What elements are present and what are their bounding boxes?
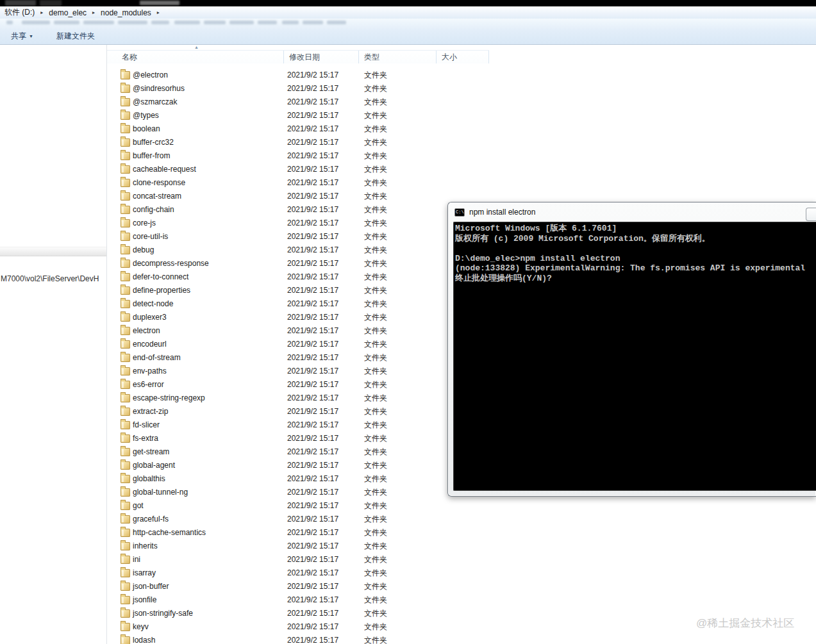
cell-type: 文件夹 [364, 620, 387, 634]
window-control-button-partial[interactable] [806, 208, 816, 221]
table-row[interactable]: concat-stream2021/9/2 15:17文件夹 [107, 190, 816, 203]
table-row[interactable]: lodash2021/9/2 15:17文件夹 [107, 634, 816, 644]
cell-name: decompress-response [133, 257, 209, 270]
pane-separator [0, 247, 106, 256]
cmd-prompt-icon: C:\ [454, 208, 465, 217]
table-row[interactable]: jsonfile2021/9/2 15:17文件夹 [107, 593, 816, 607]
chevron-right-icon[interactable]: ▸ [37, 10, 47, 15]
cell-name: isarray [133, 566, 156, 580]
cell-type: 文件夹 [364, 566, 387, 580]
folder-icon [121, 367, 130, 376]
breadcrumb-item-demo-elec[interactable]: demo_elec [47, 8, 88, 17]
cell-name: @electron [133, 69, 168, 82]
cell-date-modified: 2021/9/2 15:17 [287, 324, 338, 338]
column-header-size[interactable]: 大小 [437, 51, 489, 63]
cell-type: 文件夹 [364, 203, 387, 217]
cell-date-modified: 2021/9/2 15:17 [287, 203, 338, 217]
folder-icon [121, 623, 130, 631]
folder-icon [121, 354, 130, 362]
folder-icon [121, 111, 130, 120]
table-row[interactable]: @electron2021/9/2 15:17文件夹 [107, 69, 816, 82]
column-header-name[interactable]: 名称 [107, 51, 284, 63]
cell-date-modified: 2021/9/2 15:17 [287, 338, 338, 351]
table-row[interactable]: graceful-fs2021/9/2 15:17文件夹 [107, 513, 816, 526]
folder-icon [121, 569, 130, 577]
breadcrumb-item-drive[interactable]: 软件 (D:) [3, 7, 37, 18]
table-row[interactable]: clone-response2021/9/2 15:17文件夹 [107, 176, 816, 190]
folder-icon [121, 381, 130, 389]
share-button[interactable]: 共享 ▼ [11, 31, 33, 42]
blurred-text [151, 21, 169, 24]
cell-name: globalthis [133, 472, 165, 486]
cell-date-modified: 2021/9/2 15:17 [287, 540, 338, 553]
cell-name: buffer-from [133, 149, 170, 163]
cell-date-modified: 2021/9/2 15:17 [287, 69, 338, 82]
table-row[interactable]: buffer-crc322021/9/2 15:17文件夹 [107, 136, 816, 149]
console-output[interactable]: Microsoft Windows [版本 6.1.7601]版权所有 (c) … [453, 222, 816, 491]
new-folder-button[interactable]: 新建文件夹 [56, 31, 95, 42]
column-header-date-modified[interactable]: 修改日期 [284, 51, 359, 63]
chevron-right-icon[interactable]: ▸ [88, 10, 99, 15]
cell-name: es6-error [133, 378, 164, 392]
cell-name: inherits [133, 540, 158, 553]
cell-type: 文件夹 [364, 109, 387, 122]
column-header-type[interactable]: 类型 [359, 51, 437, 63]
cmd-window[interactable]: C:\ npm install electron Microsoft Windo… [447, 202, 816, 497]
table-row[interactable]: @szmarczak2021/9/2 15:17文件夹 [107, 95, 816, 109]
cell-name: end-of-stream [133, 351, 181, 365]
address-bar[interactable]: 软件 (D:) ▸ demo_elec ▸ node_modules ▸ [0, 6, 816, 19]
cell-type: 文件夹 [364, 553, 387, 566]
table-row[interactable]: isarray2021/9/2 15:17文件夹 [107, 566, 816, 580]
cell-type: 文件夹 [364, 257, 387, 270]
folder-icon [121, 233, 130, 241]
cell-type: 文件夹 [364, 190, 387, 203]
cell-name: electron [133, 324, 160, 338]
cell-name: escape-string-regexp [133, 392, 205, 405]
blurred-text [22, 21, 50, 24]
table-row[interactable]: got2021/9/2 15:17文件夹 [107, 499, 816, 513]
table-row[interactable]: @types2021/9/2 15:17文件夹 [107, 109, 816, 122]
cell-type: 文件夹 [364, 392, 387, 405]
table-row[interactable]: inherits2021/9/2 15:17文件夹 [107, 540, 816, 553]
cell-name: detect-node [133, 297, 173, 311]
command-bar: 共享 ▼ 新建文件夹 [0, 19, 816, 45]
table-row[interactable]: cacheable-request2021/9/2 15:17文件夹 [107, 163, 816, 176]
cell-name: config-chain [133, 203, 174, 217]
breadcrumb-item-node-modules[interactable]: node_modules [99, 8, 153, 17]
cell-name: keyv [133, 620, 149, 634]
folder-icon [121, 609, 130, 618]
cell-date-modified: 2021/9/2 15:17 [287, 284, 338, 297]
cell-type: 文件夹 [364, 432, 387, 445]
cell-date-modified: 2021/9/2 15:17 [287, 472, 338, 486]
cell-date-modified: 2021/9/2 15:17 [287, 566, 338, 580]
chevron-right-icon[interactable]: ▸ [153, 10, 163, 15]
cell-date-modified: 2021/9/2 15:17 [287, 620, 338, 634]
blurred-text [204, 21, 226, 24]
cell-type: 文件夹 [364, 405, 387, 418]
share-button-label: 共享 [11, 31, 26, 42]
table-row[interactable]: boolean2021/9/2 15:17文件夹 [107, 122, 816, 136]
console-line: D:\demo_elec>npm install electron [455, 254, 816, 264]
cell-name: @types [133, 109, 159, 122]
folder-icon [121, 327, 130, 335]
network-path-label[interactable]: M7000\vol2\FileServer\DevH [1, 274, 107, 283]
table-row[interactable]: http-cache-semantics2021/9/2 15:17文件夹 [107, 526, 816, 540]
cell-date-modified: 2021/9/2 15:17 [287, 270, 338, 284]
cell-name: define-properties [133, 284, 190, 297]
navigation-pane: M7000\vol2\FileServer\DevH [0, 45, 107, 644]
table-row[interactable]: @sindresorhus2021/9/2 15:17文件夹 [107, 82, 816, 95]
cell-name: boolean [133, 122, 160, 136]
folder-icon [121, 179, 130, 187]
folder-icon [121, 206, 130, 214]
table-row[interactable]: json-buffer2021/9/2 15:17文件夹 [107, 580, 816, 593]
blurred-text [303, 21, 323, 24]
blurred-text [327, 21, 346, 24]
table-row[interactable]: ini2021/9/2 15:17文件夹 [107, 553, 816, 566]
cmd-titlebar[interactable]: C:\ npm install electron [448, 202, 816, 222]
table-row[interactable]: buffer-from2021/9/2 15:17文件夹 [107, 149, 816, 163]
cell-type: 文件夹 [364, 311, 387, 324]
cell-date-modified: 2021/9/2 15:17 [287, 190, 338, 203]
folder-icon [121, 260, 130, 268]
cell-name: fd-slicer [133, 418, 160, 432]
cell-date-modified: 2021/9/2 15:17 [287, 82, 338, 95]
